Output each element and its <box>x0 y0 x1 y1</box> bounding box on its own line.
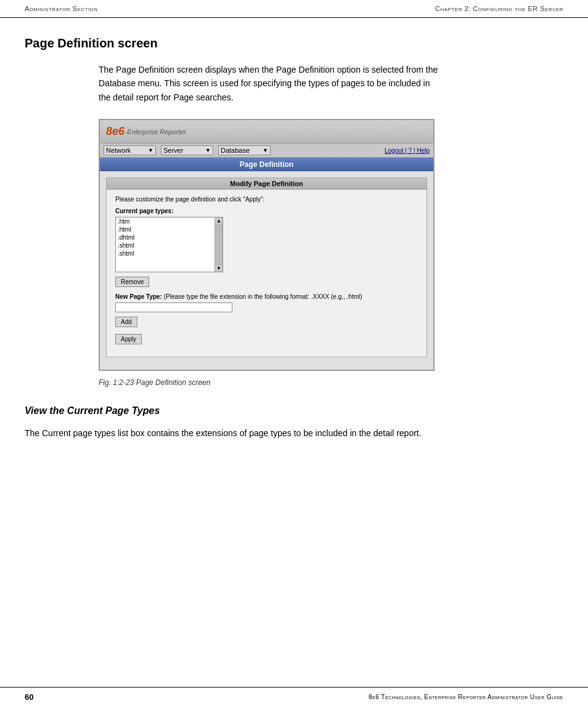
section2-title: View the Current Page Types <box>25 405 563 416</box>
list-item[interactable]: .html <box>116 225 223 233</box>
nav-links[interactable]: Logout | ? | Help <box>385 147 430 154</box>
new-type-hint: (Please type the file extension in the f… <box>164 293 362 300</box>
footer-page-number: 60 <box>25 692 33 702</box>
bottom-spacer <box>100 363 433 370</box>
nav-network-label: Network <box>106 147 131 154</box>
screenshot-container: 8e6 Enterprise Reporter Network ▼ Server… <box>99 119 435 371</box>
nav-database[interactable]: Database ▼ <box>218 145 271 155</box>
header-right: Chapter 2: Configuring the ER Server <box>435 5 563 12</box>
app-content: Page Definition Modify Page Definition P… <box>100 158 433 370</box>
scrollbar[interactable]: ▲ ▼ <box>214 217 223 272</box>
app-header: 8e6 Enterprise Reporter <box>100 120 433 144</box>
new-type-label: New Page Type: (Please type the file ext… <box>115 293 418 300</box>
nav-database-label: Database <box>221 147 250 154</box>
list-item[interactable]: .shtml <box>116 241 223 249</box>
pd-listbox[interactable]: .htm .html .dhtml .shtml .shtml ▲ ▼ <box>115 217 223 272</box>
footer-doc-title: 8e6 Technologies, Enterprise Reporter Ad… <box>369 694 563 700</box>
remove-button[interactable]: Remove <box>115 277 149 287</box>
main-content: Page Definition screen The Page Definiti… <box>0 18 588 465</box>
section2-text: The Current page types list box contains… <box>25 426 456 440</box>
page-header: Administrator Section Chapter 2: Configu… <box>0 0 588 18</box>
nav-database-arrow: ▼ <box>263 147 268 153</box>
logo-enterprise: Enterprise Reporter <box>127 128 186 136</box>
pd-instruction: Please customize the page definition and… <box>115 196 418 203</box>
pd-title-bar: Page Definition <box>100 158 433 171</box>
intro-paragraph: The Page Definition screen displays when… <box>99 63 444 104</box>
pd-panel-title: Modify Page Definition <box>107 178 427 190</box>
nav-network[interactable]: Network ▼ <box>104 145 156 155</box>
nav-server[interactable]: Server ▼ <box>161 145 213 155</box>
nav-network-arrow: ▼ <box>148 147 153 153</box>
figure-caption: Fig. 1:2-23 Page Definition screen <box>99 378 563 387</box>
scrollbar-down[interactable]: ▼ <box>215 264 223 272</box>
apply-button[interactable]: Apply <box>115 334 142 344</box>
pd-panel: Modify Page Definition Please customize … <box>106 177 427 357</box>
scrollbar-up[interactable]: ▲ <box>215 217 223 225</box>
list-item[interactable]: .htm <box>116 217 223 225</box>
list-item[interactable]: .shtml <box>116 249 223 258</box>
list-item[interactable]: .dhtml <box>116 233 223 241</box>
page-footer: 60 8e6 Technologies, Enterprise Reporter… <box>0 687 588 702</box>
logo-8e6: 8e6 <box>106 125 125 138</box>
new-type-label-text: New Page Type: <box>115 293 162 300</box>
nav-bar: Network ▼ Server ▼ Database ▼ Logout | ?… <box>100 144 433 158</box>
header-left: Administrator Section <box>25 5 98 12</box>
nav-server-arrow: ▼ <box>205 147 211 153</box>
page-title: Page Definition screen <box>25 36 563 51</box>
new-page-type-input[interactable] <box>115 302 232 312</box>
pd-panel-body: Please customize the page definition and… <box>107 190 427 357</box>
pd-current-label: Current page types: <box>115 208 418 214</box>
pd-listbox-wrapper: .htm .html .dhtml .shtml .shtml ▲ ▼ <box>115 217 223 272</box>
nav-server-label: Server <box>163 147 183 154</box>
scrollbar-thumb <box>215 225 223 264</box>
add-button[interactable]: Add <box>115 317 137 327</box>
